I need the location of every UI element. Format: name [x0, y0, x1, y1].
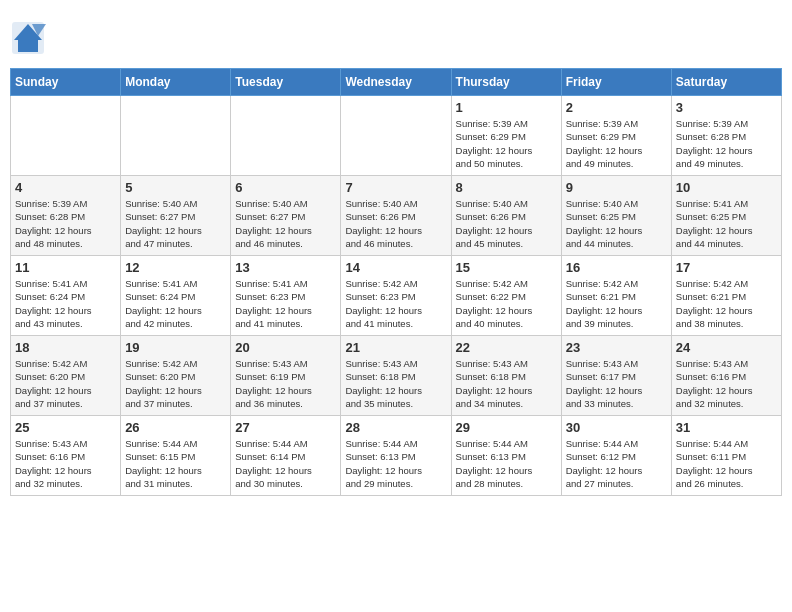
day-info: Sunrise: 5:41 AM Sunset: 6:25 PM Dayligh… — [676, 197, 777, 250]
day-number: 25 — [15, 420, 116, 435]
day-info: Sunrise: 5:39 AM Sunset: 6:29 PM Dayligh… — [566, 117, 667, 170]
calendar-cell: 23Sunrise: 5:43 AM Sunset: 6:17 PM Dayli… — [561, 336, 671, 416]
day-number: 10 — [676, 180, 777, 195]
day-info: Sunrise: 5:41 AM Sunset: 6:24 PM Dayligh… — [125, 277, 226, 330]
day-info: Sunrise: 5:40 AM Sunset: 6:25 PM Dayligh… — [566, 197, 667, 250]
calendar-cell: 13Sunrise: 5:41 AM Sunset: 6:23 PM Dayli… — [231, 256, 341, 336]
day-info: Sunrise: 5:40 AM Sunset: 6:27 PM Dayligh… — [125, 197, 226, 250]
day-number: 27 — [235, 420, 336, 435]
header-day-tuesday: Tuesday — [231, 69, 341, 96]
calendar-cell: 31Sunrise: 5:44 AM Sunset: 6:11 PM Dayli… — [671, 416, 781, 496]
day-number: 14 — [345, 260, 446, 275]
week-row-5: 25Sunrise: 5:43 AM Sunset: 6:16 PM Dayli… — [11, 416, 782, 496]
header-day-saturday: Saturday — [671, 69, 781, 96]
header-day-wednesday: Wednesday — [341, 69, 451, 96]
calendar-cell: 16Sunrise: 5:42 AM Sunset: 6:21 PM Dayli… — [561, 256, 671, 336]
day-number: 5 — [125, 180, 226, 195]
calendar-body: 1Sunrise: 5:39 AM Sunset: 6:29 PM Daylig… — [11, 96, 782, 496]
day-info: Sunrise: 5:44 AM Sunset: 6:13 PM Dayligh… — [345, 437, 446, 490]
calendar-cell: 7Sunrise: 5:40 AM Sunset: 6:26 PM Daylig… — [341, 176, 451, 256]
day-number: 11 — [15, 260, 116, 275]
day-number: 12 — [125, 260, 226, 275]
calendar-cell: 27Sunrise: 5:44 AM Sunset: 6:14 PM Dayli… — [231, 416, 341, 496]
day-info: Sunrise: 5:40 AM Sunset: 6:27 PM Dayligh… — [235, 197, 336, 250]
day-number: 22 — [456, 340, 557, 355]
calendar-cell: 3Sunrise: 5:39 AM Sunset: 6:28 PM Daylig… — [671, 96, 781, 176]
day-number: 4 — [15, 180, 116, 195]
day-number: 1 — [456, 100, 557, 115]
day-info: Sunrise: 5:39 AM Sunset: 6:29 PM Dayligh… — [456, 117, 557, 170]
calendar-cell: 15Sunrise: 5:42 AM Sunset: 6:22 PM Dayli… — [451, 256, 561, 336]
day-info: Sunrise: 5:40 AM Sunset: 6:26 PM Dayligh… — [345, 197, 446, 250]
calendar-cell: 22Sunrise: 5:43 AM Sunset: 6:18 PM Dayli… — [451, 336, 561, 416]
day-info: Sunrise: 5:43 AM Sunset: 6:18 PM Dayligh… — [345, 357, 446, 410]
logo — [10, 20, 50, 60]
day-info: Sunrise: 5:44 AM Sunset: 6:15 PM Dayligh… — [125, 437, 226, 490]
day-info: Sunrise: 5:42 AM Sunset: 6:20 PM Dayligh… — [125, 357, 226, 410]
header-day-monday: Monday — [121, 69, 231, 96]
day-info: Sunrise: 5:44 AM Sunset: 6:13 PM Dayligh… — [456, 437, 557, 490]
calendar-cell — [231, 96, 341, 176]
day-number: 13 — [235, 260, 336, 275]
calendar-cell: 25Sunrise: 5:43 AM Sunset: 6:16 PM Dayli… — [11, 416, 121, 496]
day-number: 29 — [456, 420, 557, 435]
day-info: Sunrise: 5:43 AM Sunset: 6:19 PM Dayligh… — [235, 357, 336, 410]
calendar-cell: 12Sunrise: 5:41 AM Sunset: 6:24 PM Dayli… — [121, 256, 231, 336]
week-row-3: 11Sunrise: 5:41 AM Sunset: 6:24 PM Dayli… — [11, 256, 782, 336]
day-number: 20 — [235, 340, 336, 355]
week-row-2: 4Sunrise: 5:39 AM Sunset: 6:28 PM Daylig… — [11, 176, 782, 256]
day-number: 24 — [676, 340, 777, 355]
calendar-cell: 26Sunrise: 5:44 AM Sunset: 6:15 PM Dayli… — [121, 416, 231, 496]
header-day-friday: Friday — [561, 69, 671, 96]
day-number: 8 — [456, 180, 557, 195]
calendar-cell: 21Sunrise: 5:43 AM Sunset: 6:18 PM Dayli… — [341, 336, 451, 416]
day-number: 18 — [15, 340, 116, 355]
day-number: 30 — [566, 420, 667, 435]
day-info: Sunrise: 5:39 AM Sunset: 6:28 PM Dayligh… — [15, 197, 116, 250]
week-row-4: 18Sunrise: 5:42 AM Sunset: 6:20 PM Dayli… — [11, 336, 782, 416]
day-info: Sunrise: 5:44 AM Sunset: 6:11 PM Dayligh… — [676, 437, 777, 490]
day-info: Sunrise: 5:42 AM Sunset: 6:22 PM Dayligh… — [456, 277, 557, 330]
calendar-cell — [341, 96, 451, 176]
calendar-table: SundayMondayTuesdayWednesdayThursdayFrid… — [10, 68, 782, 496]
day-info: Sunrise: 5:43 AM Sunset: 6:16 PM Dayligh… — [676, 357, 777, 410]
day-number: 16 — [566, 260, 667, 275]
day-info: Sunrise: 5:43 AM Sunset: 6:16 PM Dayligh… — [15, 437, 116, 490]
day-number: 19 — [125, 340, 226, 355]
day-number: 9 — [566, 180, 667, 195]
calendar-cell: 28Sunrise: 5:44 AM Sunset: 6:13 PM Dayli… — [341, 416, 451, 496]
header — [10, 10, 782, 60]
day-info: Sunrise: 5:39 AM Sunset: 6:28 PM Dayligh… — [676, 117, 777, 170]
day-number: 26 — [125, 420, 226, 435]
day-number: 28 — [345, 420, 446, 435]
day-number: 23 — [566, 340, 667, 355]
day-info: Sunrise: 5:42 AM Sunset: 6:21 PM Dayligh… — [566, 277, 667, 330]
day-number: 21 — [345, 340, 446, 355]
logo-icon — [10, 20, 46, 56]
day-number: 3 — [676, 100, 777, 115]
day-info: Sunrise: 5:44 AM Sunset: 6:14 PM Dayligh… — [235, 437, 336, 490]
calendar-cell: 6Sunrise: 5:40 AM Sunset: 6:27 PM Daylig… — [231, 176, 341, 256]
header-day-thursday: Thursday — [451, 69, 561, 96]
day-number: 7 — [345, 180, 446, 195]
week-row-1: 1Sunrise: 5:39 AM Sunset: 6:29 PM Daylig… — [11, 96, 782, 176]
calendar-cell — [121, 96, 231, 176]
header-row: SundayMondayTuesdayWednesdayThursdayFrid… — [11, 69, 782, 96]
calendar-cell: 30Sunrise: 5:44 AM Sunset: 6:12 PM Dayli… — [561, 416, 671, 496]
day-number: 31 — [676, 420, 777, 435]
day-info: Sunrise: 5:41 AM Sunset: 6:23 PM Dayligh… — [235, 277, 336, 330]
calendar-cell: 4Sunrise: 5:39 AM Sunset: 6:28 PM Daylig… — [11, 176, 121, 256]
day-number: 2 — [566, 100, 667, 115]
header-day-sunday: Sunday — [11, 69, 121, 96]
calendar-cell: 8Sunrise: 5:40 AM Sunset: 6:26 PM Daylig… — [451, 176, 561, 256]
day-info: Sunrise: 5:41 AM Sunset: 6:24 PM Dayligh… — [15, 277, 116, 330]
calendar-cell: 17Sunrise: 5:42 AM Sunset: 6:21 PM Dayli… — [671, 256, 781, 336]
calendar-cell: 29Sunrise: 5:44 AM Sunset: 6:13 PM Dayli… — [451, 416, 561, 496]
day-info: Sunrise: 5:42 AM Sunset: 6:20 PM Dayligh… — [15, 357, 116, 410]
calendar-cell: 1Sunrise: 5:39 AM Sunset: 6:29 PM Daylig… — [451, 96, 561, 176]
calendar-cell: 2Sunrise: 5:39 AM Sunset: 6:29 PM Daylig… — [561, 96, 671, 176]
calendar-cell: 19Sunrise: 5:42 AM Sunset: 6:20 PM Dayli… — [121, 336, 231, 416]
calendar-cell: 18Sunrise: 5:42 AM Sunset: 6:20 PM Dayli… — [11, 336, 121, 416]
calendar-cell: 14Sunrise: 5:42 AM Sunset: 6:23 PM Dayli… — [341, 256, 451, 336]
day-info: Sunrise: 5:40 AM Sunset: 6:26 PM Dayligh… — [456, 197, 557, 250]
